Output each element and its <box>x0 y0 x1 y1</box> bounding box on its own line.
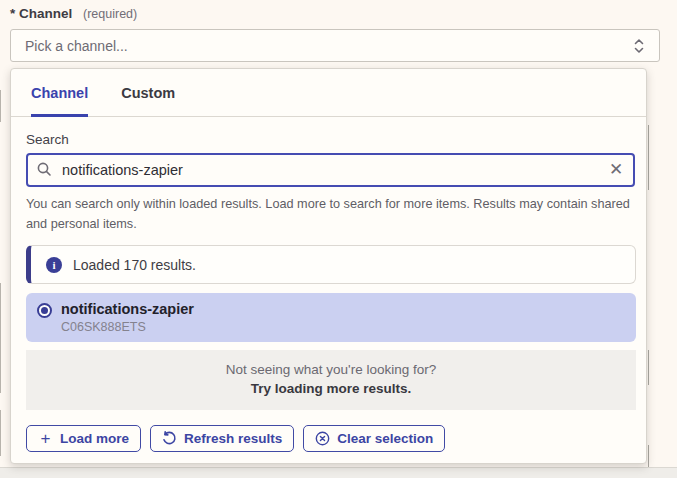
result-title: notifications-zapier <box>61 300 194 318</box>
refresh-icon <box>162 431 177 446</box>
search-field: ✕ <box>26 153 635 187</box>
result-subtitle: C06SK888ETS <box>61 320 194 334</box>
required-badge: (required) <box>83 7 137 21</box>
not-seeing-hint: Not seeing what you're looking for? Try … <box>26 350 636 410</box>
circle-x-icon <box>315 431 330 446</box>
dropdown-tabs: Channel Custom <box>11 69 646 117</box>
result-texts: notifications-zapier C06SK888ETS <box>61 300 194 333</box>
occluded-field-border <box>648 125 649 190</box>
search-label: Search <box>26 132 636 147</box>
dropdown-actions: + Load more Refresh results Clear select… <box>26 425 636 452</box>
channel-field-label-row: * Channel (required) <box>10 6 137 21</box>
plus-icon: + <box>38 431 53 446</box>
loaded-results-text: Loaded 170 results. <box>73 257 196 273</box>
radio-selected-icon[interactable] <box>37 303 52 318</box>
occluded-field-border <box>648 350 649 385</box>
search-icon <box>36 161 53 178</box>
search-help-text: You can search only within loaded result… <box>26 195 636 234</box>
dropdown-body: Search ✕ You can search only within load… <box>11 117 646 452</box>
occluded-field-border <box>648 445 649 467</box>
occluded-field-border <box>0 90 1 122</box>
refresh-results-label: Refresh results <box>184 431 282 446</box>
clear-search-icon[interactable]: ✕ <box>607 160 625 179</box>
clear-selection-button[interactable]: Clear selection <box>303 425 445 452</box>
tab-channel[interactable]: Channel <box>31 85 88 117</box>
hint-suggestion: Try loading more results. <box>36 381 626 396</box>
refresh-results-button[interactable]: Refresh results <box>150 425 294 452</box>
occluded-section-strip <box>0 467 677 478</box>
channel-dropdown-panel: Channel Custom Search ✕ You can search o… <box>10 68 647 464</box>
result-row-notifications-zapier[interactable]: notifications-zapier C06SK888ETS <box>26 293 636 341</box>
search-input[interactable] <box>26 153 635 187</box>
channel-field-label: * Channel <box>10 6 72 21</box>
clear-selection-label: Clear selection <box>337 431 433 446</box>
hint-question: Not seeing what you're looking for? <box>36 362 626 377</box>
channel-select[interactable]: Pick a channel... <box>10 29 660 62</box>
load-more-label: Load more <box>60 431 129 446</box>
channel-select-placeholder: Pick a channel... <box>25 38 633 54</box>
info-icon: i <box>46 257 62 273</box>
chevron-up-down-icon <box>633 37 645 55</box>
occluded-field-border <box>0 283 1 393</box>
tab-custom[interactable]: Custom <box>121 85 175 116</box>
loaded-results-banner: i Loaded 170 results. <box>26 245 636 284</box>
occluded-field-border <box>0 410 1 456</box>
load-more-button[interactable]: + Load more <box>26 425 141 452</box>
